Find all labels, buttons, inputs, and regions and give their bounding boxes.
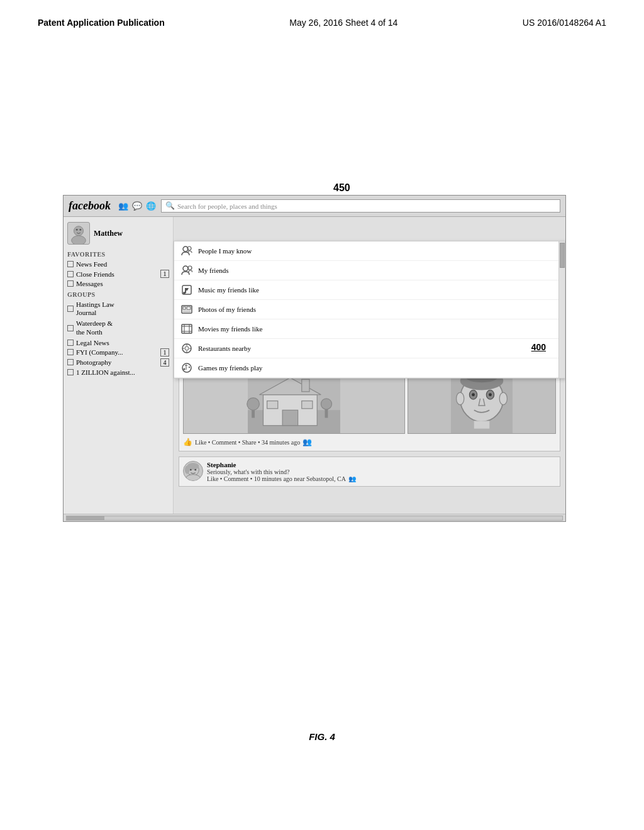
sidebar-user: Matthew (67, 222, 169, 245)
dropdown-photos-label: Photos of my friends (198, 306, 256, 313)
post2-author: Stephanie (207, 461, 556, 468)
svg-point-54 (190, 469, 192, 471)
svg-point-51 (186, 475, 201, 481)
search-placeholder: Search for people, places and things (177, 202, 277, 210)
scrollbar-track (66, 516, 563, 521)
badge-photography: 4 (160, 358, 169, 367)
dropdown-item-games[interactable]: Games my friends play (174, 358, 565, 378)
scrollbar-thumb-bottom (67, 516, 104, 520)
facebook-main: Matthew FAVORITES News Feed Close Friend… (64, 217, 565, 514)
svg-rect-34 (302, 379, 309, 392)
sidebar-item-messages[interactable]: Messages (67, 280, 169, 287)
dropdown-item-myfriends[interactable]: My friends (174, 261, 565, 280)
friends-topbar-icon: 👥 (118, 201, 128, 211)
checkbox-legalnews (67, 340, 74, 346)
facebook-sidebar: Matthew FAVORITES News Feed Close Friend… (64, 217, 174, 514)
svg-point-2 (76, 229, 78, 231)
sidebar-item-hastings[interactable]: Hastings LawJournal (67, 301, 169, 317)
dropdown-peopleiknow-label: People I may know (198, 247, 252, 255)
sidebar-zillion-label: 1 ZILLION against... (76, 368, 135, 376)
sidebar-legalnews-label: Legal News (76, 339, 109, 346)
svg-rect-14 (182, 324, 192, 333)
svg-point-53 (185, 466, 190, 474)
svg-rect-37 (325, 409, 328, 418)
post-images (183, 371, 556, 434)
ref-number-450: 450 (333, 182, 350, 194)
svg-point-36 (247, 398, 260, 411)
checkbox-newsfeed (67, 261, 74, 267)
svg-rect-13 (183, 311, 191, 312)
dropdown-item-restaurants[interactable]: Restaurants nearby (174, 339, 565, 358)
games-icon (180, 362, 193, 374)
topbar-icons: 👥 💬 🌐 (118, 201, 156, 211)
badge-closefriends: 1 (160, 270, 169, 278)
dropdown-movies-label: Movies my friends like (198, 325, 262, 333)
photos-icon (180, 303, 193, 316)
post2-friends-icon: 👥 (348, 475, 356, 482)
post1-actions: 👍 Like • Comment • Share • 34 minutes ag… (183, 438, 556, 447)
svg-point-0 (74, 226, 83, 236)
checkbox-waterdeep (67, 325, 74, 331)
dropdown-games-label: Games my friends play (198, 364, 262, 372)
favorites-label: FAVORITES (67, 251, 169, 258)
svg-point-47 (499, 392, 507, 405)
chat-topbar-icon: 💬 (132, 201, 142, 211)
facebook-topbar: facebook 👥 💬 🌐 🔍 Search for people, plac… (64, 196, 565, 217)
scrollbar-thumb (560, 243, 565, 268)
dropdown-scrollbar (558, 241, 565, 378)
user-avatar (67, 222, 90, 245)
bottom-scrollbar (64, 514, 565, 521)
search-bar[interactable]: 🔍 Search for people, places and things (161, 199, 560, 213)
sidebar-fyi-label: FYI (Company... (76, 348, 123, 356)
checkbox-hastings (67, 306, 74, 312)
facebook-ui: facebook 👥 💬 🌐 🔍 Search for people, plac… (64, 196, 565, 521)
dropdown-item-peopleiknow[interactable]: People I may know (174, 241, 565, 261)
user-name: Matthew (94, 229, 123, 238)
svg-point-26 (184, 368, 186, 370)
checkbox-messages (67, 280, 74, 287)
sidebar-item-closefriends[interactable]: Close Friends 1 (67, 270, 169, 278)
dropdown-restaurants-label: Restaurants nearby (198, 345, 251, 352)
sidebar-item-fyi[interactable]: FYI (Company... 1 (67, 348, 169, 357)
dropdown-item-music[interactable]: Music my friends like (174, 280, 565, 300)
checkbox-closefriends (67, 271, 74, 277)
checkbox-fyi (67, 349, 74, 355)
dropdown-item-movies[interactable]: Movies my friends like (174, 319, 565, 339)
svg-point-3 (79, 229, 81, 231)
sidebar-item-zillion[interactable]: 1 ZILLION against... (67, 368, 169, 376)
patent-header: Patent Application Publication May 26, 2… (0, 0, 644, 34)
ref-number-400: 400 (531, 342, 546, 352)
svg-rect-33 (302, 401, 313, 409)
svg-point-20 (185, 346, 189, 350)
restaurants-icon (180, 342, 193, 355)
facebook-logo: facebook (69, 199, 111, 213)
post2-actions: Like • Comment • 10 minutes ago near Seb… (207, 475, 556, 482)
people-i-may-know-icon (180, 245, 193, 257)
sidebar-photography-label: Photography (76, 358, 111, 366)
svg-point-46 (457, 392, 464, 405)
dropdown-myfriends-label: My friends (198, 267, 229, 274)
movies-icon (180, 323, 193, 335)
svg-point-1 (72, 236, 86, 245)
post1-action-text: Like • Comment • Share • 34 minutes ago (195, 439, 300, 446)
sidebar-closefriends-label: Close Friends (76, 270, 114, 278)
svg-point-7 (188, 266, 192, 270)
svg-rect-31 (282, 410, 298, 426)
svg-rect-12 (187, 307, 191, 309)
sidebar-item-legalnews[interactable]: Legal News (67, 339, 169, 346)
sidebar-newsfeed-label: News Feed (76, 260, 107, 268)
sidebar-item-photography[interactable]: Photography 4 (67, 358, 169, 367)
svg-rect-11 (183, 307, 186, 309)
svg-point-6 (183, 266, 188, 271)
svg-point-55 (194, 469, 196, 471)
my-friends-icon (180, 264, 193, 277)
diagram-container: facebook 👥 💬 🌐 🔍 Search for people, plac… (63, 195, 566, 522)
sidebar-item-waterdeep[interactable]: Waterdeep &the North (67, 319, 169, 336)
sidebar-item-newsfeed[interactable]: News Feed (67, 260, 169, 268)
svg-point-25 (182, 363, 191, 372)
feed-post-1: 👍 Like • Comment • Share • 34 minutes ag… (179, 367, 560, 451)
dropdown-item-photos[interactable]: Photos of my friends (174, 300, 565, 319)
patent-number: US 2016/0148264 A1 (523, 18, 606, 28)
feed-post-2: Stephanie Seriously, what's with this wi… (179, 456, 560, 487)
checkbox-photography (67, 359, 74, 365)
